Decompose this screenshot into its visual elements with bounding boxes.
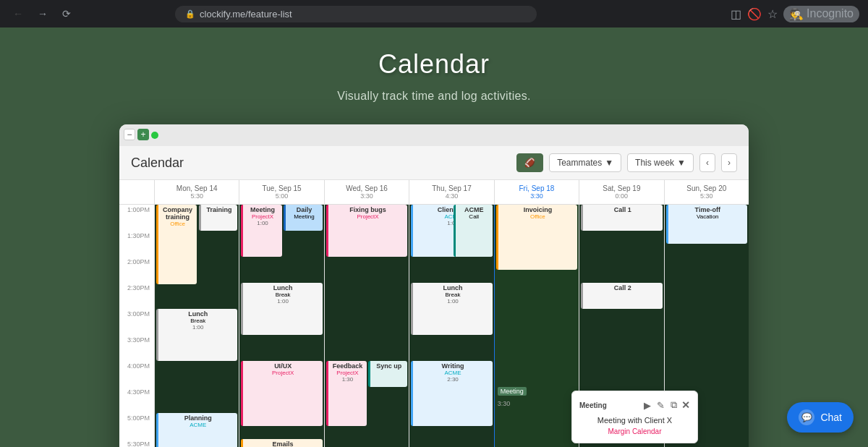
app-window: Calendar 🏈 Teammates ▼ This week ▼ ‹ ›: [119, 124, 749, 447]
time-230pm: 2:30PM: [119, 283, 154, 309]
day-header-thu: Thu, Sep 17 4:30: [409, 180, 493, 204]
next-week-button[interactable]: ›: [721, 153, 737, 172]
profile-icon[interactable]: 🚫: [747, 7, 762, 21]
day-column-thu[interactable]: Client call ACME 1:00 ACME Call Lunch Br…: [409, 205, 493, 447]
event-call1[interactable]: Call 1: [581, 205, 662, 231]
browser-chrome: ← → ⟳ 🔒 clockify.me/feature-list ◫ 🚫 ☆ 🕵…: [0, 0, 868, 27]
event-uiux[interactable]: UI/UX ProjectX: [241, 361, 322, 426]
days-header: − + Mon, Sep 14 5:30 Tue, Sep 15 5:00 We…: [119, 180, 749, 205]
day-column-tue[interactable]: Meeting ProjectX 1:00 Daily Meeting Lunc…: [239, 205, 323, 447]
prev-week-button[interactable]: ‹: [699, 153, 715, 172]
browser-right-icons: ◫ 🚫 ☆ 🕵 Incognito: [731, 6, 859, 22]
day-header-mon: Mon, Sep 14 5:30: [154, 180, 239, 204]
page-background: Calendar Visually track time and log act…: [0, 27, 868, 447]
event-planning[interactable]: Planning ACME: [156, 413, 237, 447]
day-column-fri[interactable]: Invoicing Office Meeting 3:30: [494, 205, 579, 447]
time-column-header: − +: [119, 180, 154, 204]
event-fixing-bugs[interactable]: Fixing bugs ProjectX: [326, 205, 407, 257]
chat-label: Chat: [820, 412, 842, 423]
popup-header: Meeting ▶ ✎ ⧉ ✕: [579, 399, 690, 412]
time-2pm: 2:00PM: [119, 257, 154, 283]
event-invoicing[interactable]: Invoicing Office: [496, 205, 577, 270]
popup-label: Meeting: [579, 401, 607, 409]
time-4pm: 4:00PM: [119, 361, 154, 387]
popup-duplicate-button[interactable]: ⧉: [669, 399, 678, 412]
refresh-button[interactable]: ⟳: [58, 5, 75, 22]
meeting-tag: Meeting: [498, 387, 527, 396]
day-column-wed[interactable]: Fixing bugs ProjectX Feedback ProjectX 1…: [324, 205, 409, 447]
time-3pm: 3:00PM: [119, 309, 154, 335]
event-emails[interactable]: Emails Office 2:00: [241, 439, 322, 447]
day-header-sat: Sat, Sep 19 0:00: [579, 180, 663, 204]
event-daily-meeting[interactable]: Daily Meeting: [284, 205, 323, 231]
teammates-button[interactable]: Teammates ▼: [549, 153, 621, 172]
time-labels: 1:00PM 1:30PM 2:00PM 2:30PM 3:00PM 3:30P…: [119, 205, 154, 447]
event-company-training[interactable]: Company training Office: [156, 205, 197, 284]
popup-actions: ▶ ✎ ⧉ ✕: [642, 399, 690, 412]
time-330: 3:30: [498, 400, 511, 407]
day-header-tue: Tue, Sep 15 5:00: [239, 180, 323, 204]
filter-icon-btn[interactable]: 🏈: [516, 153, 543, 172]
chat-button[interactable]: 💬 Chat: [787, 402, 854, 433]
day-column-mon[interactable]: Company training Office Training Lunch B…: [154, 205, 239, 447]
chat-icon: 💬: [799, 409, 814, 425]
calendar-title: Calendar: [131, 156, 184, 171]
maximize-dot[interactable]: [151, 132, 158, 139]
time-530pm: 5:30PM: [119, 439, 154, 447]
week-button[interactable]: This week ▼: [627, 153, 694, 172]
time-430pm: 4:30PM: [119, 387, 154, 413]
event-sync-up[interactable]: Sync up: [368, 361, 407, 387]
meeting-popup: Meeting ▶ ✎ ⧉ ✕ Meeting with Client X Ma…: [571, 391, 698, 443]
calendar-header: Calendar 🏈 Teammates ▼ This week ▼ ‹ ›: [119, 146, 749, 180]
teammates-chevron-icon: ▼: [605, 158, 613, 168]
week-chevron-icon: ▼: [677, 158, 686, 168]
time-130pm: 1:30PM: [119, 231, 154, 257]
bookmark-icon[interactable]: ☆: [767, 7, 778, 21]
day-header-wed: Wed, Sep 16 3:30: [324, 180, 409, 204]
lock-icon: 🔒: [185, 9, 195, 19]
window-titlebar: [119, 124, 749, 146]
event-lunch-tue[interactable]: Lunch Break 1:00: [241, 283, 322, 335]
event-acme-call[interactable]: ACME Call: [454, 205, 493, 257]
calendar-controls: 🏈 Teammates ▼ This week ▼ ‹ ›: [516, 153, 737, 172]
time-330pm: 3:30PM: [119, 335, 154, 361]
page-subtitle: Visually track time and log activities.: [14, 90, 854, 103]
event-lunch-thu[interactable]: Lunch Break 1:00: [411, 283, 492, 335]
event-feedback[interactable]: Feedback ProjectX 1:30: [326, 361, 367, 426]
popup-play-button[interactable]: ▶: [642, 399, 652, 412]
day-header-sun: Sun, Sep 20 5:30: [664, 180, 749, 204]
time-1pm: 1:00PM: [119, 205, 154, 231]
event-meeting-tue[interactable]: Meeting ProjectX 1:00: [241, 205, 281, 257]
day-header-fri: Fri, Sep 18 3:30: [494, 180, 579, 204]
extensions-icon[interactable]: ◫: [731, 7, 741, 21]
popup-edit-button[interactable]: ✎: [655, 399, 666, 412]
address-bar: 🔒 clockify.me/feature-list: [175, 6, 537, 22]
forward-button[interactable]: →: [33, 5, 52, 22]
page-title: Calendar: [14, 49, 854, 80]
popup-sub: Margin Calendar: [579, 427, 690, 435]
event-call2[interactable]: Call 2: [581, 283, 662, 309]
event-training[interactable]: Training: [199, 205, 238, 231]
back-button[interactable]: ←: [9, 5, 27, 22]
event-lunch-mon[interactable]: Lunch Break 1:00: [156, 309, 237, 361]
event-timeoff[interactable]: Time-off Vacation: [666, 205, 747, 244]
incognito-badge: 🕵 Incognito: [783, 6, 859, 22]
popup-title: Meeting with Client X: [579, 416, 690, 425]
time-5pm: 5:00PM: [119, 413, 154, 439]
popup-close-button[interactable]: ✕: [681, 399, 690, 412]
url-text: clockify.me/feature-list: [200, 9, 292, 20]
event-writing[interactable]: Writing ACME 2:30: [411, 361, 492, 426]
